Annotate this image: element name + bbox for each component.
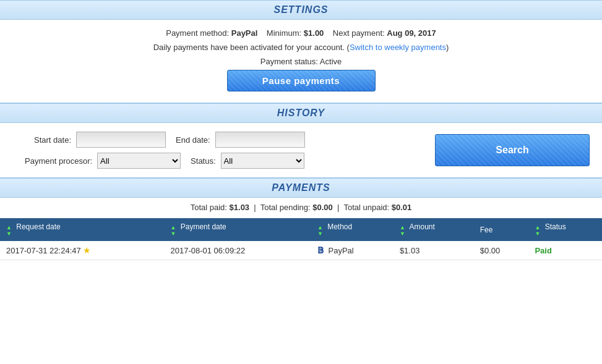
- end-date-label: End date:: [176, 135, 210, 145]
- history-section: HISTORY Start date: End date: Payment pr…: [0, 103, 602, 177]
- payment-status-value: Active: [320, 57, 342, 66]
- sort-arrows-method: ▲ ▼: [317, 225, 323, 237]
- minimum-value: $1.00: [304, 28, 324, 38]
- status-select[interactable]: All: [221, 153, 304, 169]
- col-amount[interactable]: ▲ ▼ Amount: [393, 218, 474, 241]
- minimum-label: Minimum:: [267, 28, 301, 38]
- payments-summary: Total paid: $1.03 | Total pending: $0.00…: [0, 198, 602, 218]
- table-row: 2017-07-31 22:24:47 ★ 2017-08-01 06:09:2…: [0, 241, 602, 260]
- start-date-label: Start date:: [25, 135, 71, 145]
- processor-label: Payment procesor:: [25, 156, 92, 166]
- settings-section: SETTINGS Payment method: PayPal Minimum:…: [0, 0, 602, 103]
- sort-arrows-payment-date: ▲ ▼: [170, 225, 176, 237]
- star-icon: ★: [83, 245, 91, 255]
- sort-arrows-amount: ▲ ▼: [400, 225, 405, 237]
- history-header: HISTORY: [0, 103, 602, 123]
- switch-weekly-link[interactable]: Switch to weekly payments: [350, 43, 446, 52]
- cell-request-date: 2017-07-31 22:24:47 ★: [0, 241, 164, 260]
- total-paid-value: $1.03: [230, 203, 250, 212]
- end-date-input[interactable]: [215, 132, 305, 148]
- total-pending-label: Total pending:: [260, 203, 311, 212]
- payments-header: PAYMENTS: [0, 178, 602, 198]
- payments-title: PAYMENTS: [0, 182, 602, 193]
- start-date-input[interactable]: [76, 132, 166, 148]
- col-payment-date[interactable]: ▲ ▼ Payment date: [164, 218, 311, 241]
- sort-arrows-status: ▲ ▼: [535, 225, 540, 237]
- cell-amount: $1.03: [393, 241, 474, 260]
- sort-arrows-request-date: ▲ ▼: [6, 225, 12, 237]
- status-paid-badge: Paid: [535, 246, 551, 255]
- payment-status-row: Payment status: Active: [12, 57, 590, 66]
- col-request-date[interactable]: ▲ ▼ Request date: [0, 218, 164, 241]
- payments-table: ▲ ▼ Request date ▲ ▼ Payment date ▲ ▼: [0, 218, 602, 260]
- settings-title: SETTINGS: [0, 4, 602, 15]
- paypal-icon: 𝔹: [317, 245, 324, 255]
- table-header-row: ▲ ▼ Request date ▲ ▼ Payment date ▲ ▼: [0, 218, 602, 241]
- daily-payments-row: Daily payments have been activated for y…: [12, 43, 590, 52]
- status-label: Status:: [191, 156, 215, 166]
- payment-method-label: Payment method:: [166, 28, 229, 38]
- cell-payment-date: 2017-08-01 06:09:22: [164, 241, 311, 260]
- daily-payments-text: Daily payments have been activated for y…: [153, 43, 345, 52]
- history-title: HISTORY: [0, 108, 602, 119]
- payment-status-label: Payment status:: [260, 57, 318, 66]
- next-payment-value: Aug 09, 2017: [387, 28, 436, 38]
- settings-header: SETTINGS: [0, 0, 602, 20]
- col-method[interactable]: ▲ ▼ Method: [311, 218, 393, 241]
- processor-select[interactable]: All: [97, 153, 181, 169]
- total-unpaid-label: Total unpaid:: [343, 203, 389, 212]
- total-unpaid-value: $0.01: [392, 203, 412, 212]
- cell-status: Paid: [528, 241, 602, 260]
- pause-payments-button[interactable]: Pause payments: [227, 70, 376, 91]
- col-status[interactable]: ▲ ▼ Status: [528, 218, 602, 241]
- payments-table-body: 2017-07-31 22:24:47 ★ 2017-08-01 06:09:2…: [0, 241, 602, 260]
- next-payment-label: Next payment:: [333, 28, 385, 38]
- cell-method: 𝔹 PayPal: [311, 241, 393, 260]
- total-paid-label: Total paid:: [191, 203, 227, 212]
- search-button[interactable]: Search: [435, 134, 590, 166]
- col-fee: Fee: [474, 218, 529, 241]
- cell-fee: $0.00: [474, 241, 529, 260]
- payment-method-value: PayPal: [231, 28, 258, 38]
- payment-info-row: Payment method: PayPal Minimum: $1.00 Ne…: [12, 28, 590, 38]
- total-pending-value: $0.00: [312, 203, 333, 212]
- settings-content: Payment method: PayPal Minimum: $1.00 Ne…: [0, 20, 602, 103]
- payments-section: PAYMENTS Total paid: $1.03 | Total pendi…: [0, 178, 602, 260]
